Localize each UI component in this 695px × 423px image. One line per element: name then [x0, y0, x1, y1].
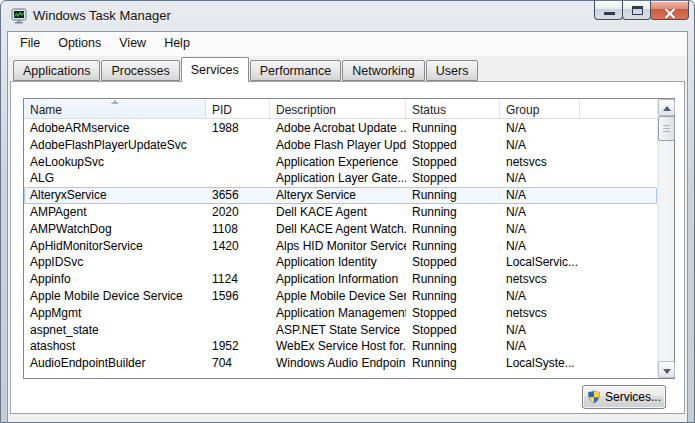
cell-status: Stopped	[406, 137, 500, 154]
cell-pid: 1952	[206, 338, 270, 355]
service-row-AeLookupSvc[interactable]: AeLookupSvcApplication ExperienceStopped…	[24, 154, 657, 171]
cell-description: Apple Mobile Device Ser...	[270, 288, 406, 305]
tab-performance[interactable]: Performance	[250, 60, 342, 81]
cell-filler	[580, 120, 657, 137]
cell-pid: 2020	[206, 204, 270, 221]
column-header-filler	[580, 99, 657, 118]
menu-bar: FileOptionsViewHelp	[8, 32, 687, 56]
tab-users[interactable]: Users	[426, 60, 479, 81]
cell-description: Alps HID Monitor Service	[270, 238, 406, 255]
service-row-Apple Mobile Device Service[interactable]: Apple Mobile Device Service1596Apple Mob…	[24, 288, 657, 305]
service-row-AppMgmt[interactable]: AppMgmtApplication ManagementStoppednets…	[24, 305, 657, 322]
cell-group: N/A	[500, 288, 580, 305]
cell-status: Stopped	[406, 170, 500, 187]
cell-description: Application Information	[270, 271, 406, 288]
column-header-group[interactable]: Group	[500, 99, 580, 118]
task-manager-window: Windows Task Manager FileOptionsViewHelp…	[0, 0, 695, 423]
cell-description: Application Management	[270, 305, 406, 322]
cell-group: LocalServic...	[500, 254, 580, 271]
cell-description: ASP.NET State Service	[270, 322, 406, 339]
scroll-up-button[interactable]	[658, 99, 675, 116]
service-row-aspnet_state[interactable]: aspnet_stateASP.NET State ServiceStopped…	[24, 322, 657, 339]
column-header-label: Name	[30, 103, 62, 117]
column-header-label: Description	[276, 103, 336, 117]
maximize-icon	[632, 6, 643, 15]
services-button[interactable]: Services...	[582, 385, 666, 409]
task-manager-icon	[11, 8, 27, 24]
column-header-name[interactable]: Name	[24, 99, 206, 118]
cell-description: WebEx Service Host for...	[270, 338, 406, 355]
cell-description: Adobe Flash Player Upd...	[270, 137, 406, 154]
cell-status: Running	[406, 221, 500, 238]
cell-description: Adobe Acrobat Update ...	[270, 120, 406, 137]
cell-name: AdobeFlashPlayerUpdateSvc	[24, 137, 206, 154]
cell-filler	[580, 355, 657, 372]
window-title: Windows Task Manager	[33, 8, 171, 23]
cell-filler	[580, 322, 657, 339]
cell-status: Stopped	[406, 322, 500, 339]
cell-pid: 1596	[206, 288, 270, 305]
cell-group: N/A	[500, 204, 580, 221]
service-row-AdobeFlashPlayerUpdateSvc[interactable]: AdobeFlashPlayerUpdateSvcAdobe Flash Pla…	[24, 137, 657, 154]
service-row-AMPAgent[interactable]: AMPAgent2020Dell KACE AgentRunningN/A	[24, 204, 657, 221]
scroll-down-button[interactable]	[658, 361, 675, 378]
maximize-button[interactable]	[622, 1, 651, 20]
cell-name: AeLookupSvc	[24, 154, 206, 171]
tab-strip: ApplicationsProcessesServicesPerformance…	[8, 56, 687, 81]
cell-filler	[580, 288, 657, 305]
cell-filler	[580, 170, 657, 187]
cell-group: netsvcs	[500, 305, 580, 322]
service-row-atashost[interactable]: atashost1952WebEx Service Host for...Run…	[24, 338, 657, 355]
cell-status: Running	[406, 120, 500, 137]
tab-processes[interactable]: Processes	[101, 60, 179, 81]
cell-pid: 3656	[206, 187, 270, 204]
cell-filler	[580, 154, 657, 171]
menu-options[interactable]: Options	[49, 32, 110, 56]
menu-view[interactable]: View	[110, 32, 155, 56]
service-row-ApHidMonitorService[interactable]: ApHidMonitorService1420Alps HID Monitor …	[24, 238, 657, 255]
cell-status: Stopped	[406, 254, 500, 271]
cell-group: netsvcs	[500, 154, 580, 171]
cell-status: Running	[406, 204, 500, 221]
column-header-pid[interactable]: PID	[206, 99, 270, 118]
cell-filler	[580, 221, 657, 238]
service-row-AlteryxService[interactable]: AlteryxService3656Alteryx ServiceRunning…	[24, 187, 657, 204]
service-row-Appinfo[interactable]: Appinfo1124Application InformationRunnin…	[24, 271, 657, 288]
cell-pid: 1988	[206, 120, 270, 137]
column-header-label: PID	[212, 103, 232, 117]
tab-services[interactable]: Services	[181, 57, 249, 82]
tab-networking[interactable]: Networking	[342, 60, 425, 81]
sort-ascending-icon	[111, 100, 119, 104]
vertical-scrollbar[interactable]	[657, 99, 674, 378]
scrollbar-thumb[interactable]	[658, 116, 675, 141]
list-body: AdobeARMservice1988Adobe Acrobat Update …	[24, 120, 657, 378]
cell-description: Dell KACE Agent	[270, 204, 406, 221]
cell-name: atashost	[24, 338, 206, 355]
cell-name: Appinfo	[24, 271, 206, 288]
minimize-button[interactable]	[594, 1, 623, 20]
tab-applications[interactable]: Applications	[13, 60, 100, 81]
column-header-description[interactable]: Description	[270, 99, 406, 118]
cell-group: N/A	[500, 137, 580, 154]
service-row-AMPWatchDog[interactable]: AMPWatchDog1108Dell KACE Agent Watch...R…	[24, 221, 657, 238]
cell-description: Alteryx Service	[270, 187, 406, 204]
column-header-status[interactable]: Status	[406, 99, 500, 118]
service-row-AppIDSvc[interactable]: AppIDSvcApplication IdentityStoppedLocal…	[24, 254, 657, 271]
cell-group: N/A	[500, 338, 580, 355]
cell-pid	[206, 322, 270, 339]
window-controls	[595, 1, 689, 20]
cell-description: Windows Audio Endpoin...	[270, 355, 406, 372]
menu-help[interactable]: Help	[155, 32, 199, 56]
menu-file[interactable]: File	[11, 32, 49, 56]
column-header-label: Group	[506, 103, 539, 117]
service-row-ALG[interactable]: ALGApplication Layer Gate...StoppedN/A	[24, 170, 657, 187]
cell-filler	[580, 338, 657, 355]
close-button[interactable]	[650, 1, 689, 20]
cell-pid: 1124	[206, 271, 270, 288]
service-row-AdobeARMservice[interactable]: AdobeARMservice1988Adobe Acrobat Update …	[24, 120, 657, 137]
cell-status: Stopped	[406, 154, 500, 171]
cell-pid: 1420	[206, 238, 270, 255]
cell-name: ApHidMonitorService	[24, 238, 206, 255]
title-bar[interactable]: Windows Task Manager	[1, 1, 694, 31]
service-row-AudioEndpointBuilder[interactable]: AudioEndpointBuilder704Windows Audio End…	[24, 355, 657, 372]
